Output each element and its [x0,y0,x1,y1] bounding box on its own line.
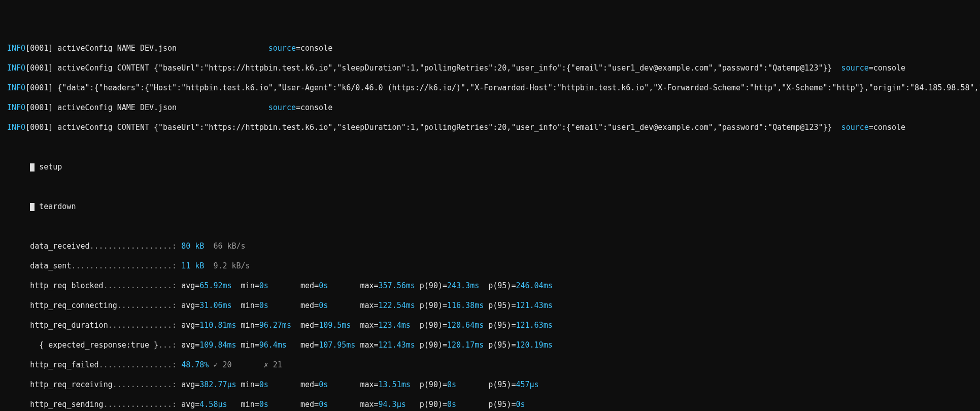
metric-data-sent: data_sent......................: 11 kB 9… [7,261,973,271]
metric-data-received: data_received..................: 80 kB 6… [7,242,973,252]
metric-http-req-receiving: http_req_receiving.............: avg=382… [7,380,973,390]
block-cursor-icon [30,163,35,172]
metric-http-req-connecting: http_req_connecting............: avg=31.… [7,301,973,311]
log-level: INFO [7,44,25,53]
check-icon: ✓ [209,360,222,369]
log-level: INFO [7,63,25,73]
log-line: INFO[0001] {"data":{"headers":{"Host":"h… [7,83,973,93]
log-line: INFO[0001] activeConfig NAME DEV.json so… [7,103,973,113]
log-level: INFO [7,83,25,92]
log-line: INFO[0001] activeConfig CONTENT {"baseUr… [7,63,973,74]
log-line: INFO[0001] activeConfig CONTENT {"baseUr… [7,123,973,133]
metric-http-req-duration: http_req_duration..............: avg=110… [7,321,973,331]
metric-http-req-failed: http_req_failed................: 48.78% … [7,360,973,370]
metric-http-req-blocked: http_req_blocked...............: avg=65.… [7,281,973,291]
section-setup: setup [7,162,973,173]
log-line: INFO[0001] activeConfig NAME DEV.json so… [7,44,973,54]
log-level: INFO [7,123,25,132]
metric-expected-response: { expected_response:true }...: avg=109.8… [7,340,973,351]
log-level: INFO [7,103,25,112]
section-teardown: teardown [7,202,973,212]
blank-line [7,182,973,192]
block-cursor-icon [30,203,35,212]
x-icon: ✗ [264,360,273,369]
blank-line [7,143,973,153]
blank-line [7,222,973,232]
metric-http-req-sending: http_req_sending...............: avg=4.5… [7,400,973,410]
